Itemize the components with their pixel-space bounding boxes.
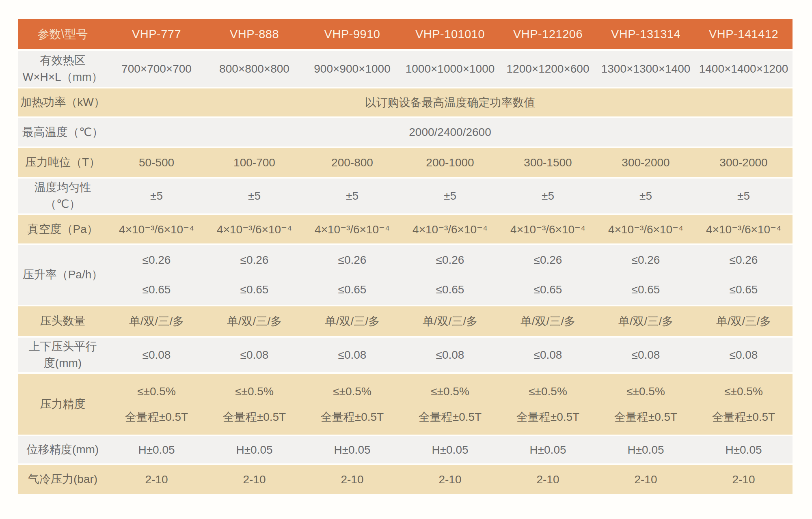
temperature-uniformity-value-cell: ±5	[205, 179, 303, 213]
row-label-heating-power: 加热功率（kW）	[18, 88, 108, 116]
spec-table: 参数\型号 VHP-777VHP-888VHP-9910VHP-101010VH…	[18, 19, 793, 495]
hot-zone-cells: 700×700×700800×800×800900×900×10001000×1…	[108, 51, 793, 87]
head-parallelism-value-cell: ≤0.08	[597, 338, 695, 372]
press-head-count-value-cell: 单/双/三/多	[401, 306, 499, 336]
hot-zone-value-cell: 700×700×700	[108, 51, 205, 87]
air-cooling-pressure-value-cell: 2-10	[499, 465, 597, 494]
table-row-max-temperature: 最高温度（℃） 2000/2400/2600	[18, 118, 793, 146]
row-label-air-cooling-pressure: 气冷压力(bar)	[18, 465, 108, 494]
header-model-cells: VHP-777VHP-888VHP-9910VHP-101010VHP-1212…	[108, 19, 793, 49]
row-label-pressure-precision: 压力精度	[18, 374, 108, 435]
pressure-precision-value-cell: ≤±0.5% 全量程±0.5T	[499, 374, 597, 435]
row-label-pressure-rise-rate: 压升率（Pa/h）	[18, 245, 108, 305]
pressure-precision-value-cell: ≤±0.5% 全量程±0.5T	[108, 374, 205, 435]
pressure-rise-rate-value-cell: ≤0.26 ≤0.65	[108, 245, 205, 305]
pressure-rise-rate-cells: ≤0.26 ≤0.65≤0.26 ≤0.65≤0.26 ≤0.65≤0.26 ≤…	[108, 245, 793, 305]
hot-zone-value-cell: 900×900×1000	[303, 51, 401, 87]
displacement-precision-value-cell: H±0.05	[303, 436, 401, 463]
row-label-max-temperature: 最高温度（℃）	[18, 118, 108, 146]
press-tonnage-value-cell: 50-500	[108, 148, 205, 177]
pressure-rise-rate-value-cell: ≤0.26 ≤0.65	[401, 245, 499, 305]
pressure-rise-rate-value-cell: ≤0.26 ≤0.65	[205, 245, 303, 305]
table-row-temperature-uniformity: 温度均匀性 （℃） ±5±5±5±5±5±5±5	[18, 179, 793, 213]
head-parallelism-value-cell: ≤0.08	[499, 338, 597, 372]
head-parallelism-value-cell: ≤0.08	[303, 338, 401, 372]
table-row-heating-power: 加热功率（kW） 以订购设备最高温度确定功率数值	[18, 88, 793, 116]
vacuum-degree-value-cell: 4×10⁻³/6×10⁻⁴	[597, 215, 695, 243]
temperature-uniformity-value-cell: ±5	[499, 179, 597, 213]
table-row-hot-zone: 有效热区 W×H×L（mm） 700×700×700800×800×800900…	[18, 51, 793, 87]
pressure-rise-rate-value-cell: ≤0.26 ≤0.65	[695, 245, 793, 305]
table-row-head-parallelism: 上下压头平行 度(mm) ≤0.08≤0.08≤0.08≤0.08≤0.08≤0…	[18, 338, 793, 372]
pressure-rise-rate-value-cell: ≤0.26 ≤0.65	[499, 245, 597, 305]
air-cooling-pressure-cells: 2-102-102-102-102-102-102-10	[108, 465, 793, 494]
pressure-precision-value-cell: ≤±0.5% 全量程±0.5T	[205, 374, 303, 435]
press-head-count-cells: 单/双/三/多单/双/三/多单/双/三/多单/双/三/多单/双/三/多单/双/三…	[108, 306, 793, 336]
press-tonnage-cells: 50-500100-700200-800200-1000300-1500300-…	[108, 148, 793, 177]
press-tonnage-value-cell: 200-800	[303, 148, 401, 177]
press-head-count-value-cell: 单/双/三/多	[695, 306, 793, 336]
pressure-precision-value-cell: ≤±0.5% 全量程±0.5T	[401, 374, 499, 435]
displacement-precision-value-cell: H±0.05	[499, 436, 597, 463]
row-label-press-head-count: 压头数量	[18, 306, 108, 336]
vacuum-degree-value-cell: 4×10⁻³/6×10⁻⁴	[205, 215, 303, 243]
row-label-hot-zone: 有效热区 W×H×L（mm）	[18, 51, 108, 87]
model-header-cell: VHP-121206	[499, 19, 597, 49]
press-head-count-value-cell: 单/双/三/多	[597, 306, 695, 336]
hot-zone-value-cell: 1200×1200×600	[499, 51, 597, 87]
air-cooling-pressure-value-cell: 2-10	[401, 465, 499, 494]
air-cooling-pressure-value-cell: 2-10	[303, 465, 401, 494]
temperature-uniformity-value-cell: ±5	[695, 179, 793, 213]
hot-zone-value-cell: 1300×1300×1400	[597, 51, 695, 87]
head-parallelism-value-cell: ≤0.08	[108, 338, 205, 372]
head-parallelism-value-cell: ≤0.08	[205, 338, 303, 372]
displacement-precision-cells: H±0.05H±0.05H±0.05H±0.05H±0.05H±0.05H±0.…	[108, 436, 793, 463]
row-label-press-tonnage: 压力吨位（T）	[18, 148, 108, 177]
press-head-count-value-cell: 单/双/三/多	[108, 306, 205, 336]
model-header-cell: VHP-888	[205, 19, 303, 49]
pressure-precision-cells: ≤±0.5% 全量程±0.5T≤±0.5% 全量程±0.5T≤±0.5% 全量程…	[108, 374, 793, 435]
table-row-press-head-count: 压头数量 单/双/三/多单/双/三/多单/双/三/多单/双/三/多单/双/三/多…	[18, 306, 793, 336]
table-header-row: 参数\型号 VHP-777VHP-888VHP-9910VHP-101010VH…	[18, 19, 793, 49]
displacement-precision-value-cell: H±0.05	[108, 436, 205, 463]
pressure-precision-value-cell: ≤±0.5% 全量程±0.5T	[597, 374, 695, 435]
temperature-uniformity-value-cell: ±5	[401, 179, 499, 213]
temperature-uniformity-value-cell: ±5	[303, 179, 401, 213]
vacuum-degree-value-cell: 4×10⁻³/6×10⁻⁴	[695, 215, 793, 243]
table-row-pressure-precision: 压力精度 ≤±0.5% 全量程±0.5T≤±0.5% 全量程±0.5T≤±0.5…	[18, 374, 793, 435]
row-label-vacuum-degree: 真空度（Pa）	[18, 215, 108, 243]
temperature-uniformity-value-cell: ±5	[108, 179, 205, 213]
air-cooling-pressure-value-cell: 2-10	[205, 465, 303, 494]
air-cooling-pressure-value-cell: 2-10	[108, 465, 205, 494]
model-header-cell: VHP-141412	[695, 19, 793, 49]
displacement-precision-value-cell: H±0.05	[401, 436, 499, 463]
model-header-cell: VHP-101010	[401, 19, 499, 49]
hot-zone-value-cell: 800×800×800	[205, 51, 303, 87]
vacuum-degree-cells: 4×10⁻³/6×10⁻⁴4×10⁻³/6×10⁻⁴4×10⁻³/6×10⁻⁴4…	[108, 215, 793, 243]
displacement-precision-value-cell: H±0.05	[205, 436, 303, 463]
heating-power-span-value: 以订购设备最高温度确定功率数值	[108, 88, 793, 116]
head-parallelism-value-cell: ≤0.08	[695, 338, 793, 372]
air-cooling-pressure-value-cell: 2-10	[597, 465, 695, 494]
press-tonnage-value-cell: 200-1000	[401, 148, 499, 177]
head-parallelism-value-cell: ≤0.08	[401, 338, 499, 372]
pressure-precision-value-cell: ≤±0.5% 全量程±0.5T	[303, 374, 401, 435]
displacement-precision-value-cell: H±0.05	[597, 436, 695, 463]
temperature-uniformity-cells: ±5±5±5±5±5±5±5	[108, 179, 793, 213]
table-row-press-tonnage: 压力吨位（T） 50-500100-700200-800200-1000300-…	[18, 148, 793, 177]
vacuum-degree-value-cell: 4×10⁻³/6×10⁻⁴	[303, 215, 401, 243]
air-cooling-pressure-value-cell: 2-10	[695, 465, 793, 494]
press-tonnage-value-cell: 300-2000	[695, 148, 793, 177]
press-head-count-value-cell: 单/双/三/多	[303, 306, 401, 336]
spec-sheet-page: 参数\型号 VHP-777VHP-888VHP-9910VHP-101010VH…	[0, 0, 812, 519]
table-row-pressure-rise-rate: 压升率（Pa/h） ≤0.26 ≤0.65≤0.26 ≤0.65≤0.26 ≤0…	[18, 245, 793, 305]
table-row-air-cooling-pressure: 气冷压力(bar) 2-102-102-102-102-102-102-10	[18, 465, 793, 494]
row-label-displacement-precision: 位移精度(mm)	[18, 436, 108, 463]
press-head-count-value-cell: 单/双/三/多	[499, 306, 597, 336]
press-tonnage-value-cell: 300-2000	[597, 148, 695, 177]
row-label-head-parallelism: 上下压头平行 度(mm)	[18, 338, 108, 372]
hot-zone-value-cell: 1400×1400×1200	[695, 51, 793, 87]
press-tonnage-value-cell: 100-700	[205, 148, 303, 177]
table-row-displacement-precision: 位移精度(mm) H±0.05H±0.05H±0.05H±0.05H±0.05H…	[18, 436, 793, 463]
model-header-cell: VHP-9910	[303, 19, 401, 49]
